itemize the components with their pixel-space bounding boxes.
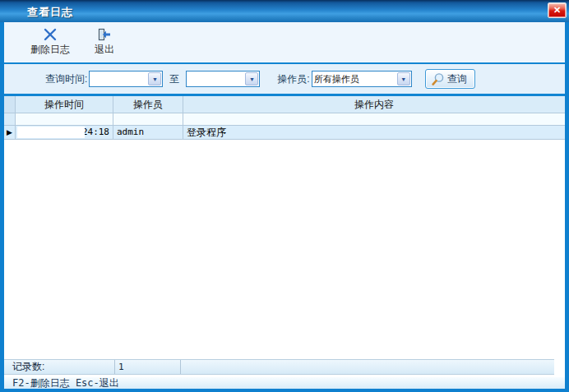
row-indicator-cell[interactable]: ▶ xyxy=(4,126,16,140)
grid-filter-row xyxy=(4,113,565,126)
filter-cell-content[interactable] xyxy=(183,113,565,126)
magnifier-icon xyxy=(431,72,445,86)
record-count-label: 记录数: xyxy=(4,360,115,374)
column-header-content[interactable]: 操作内容 xyxy=(183,96,565,113)
search-label: 查询 xyxy=(447,72,467,86)
close-icon: ✕ xyxy=(553,5,561,15)
cell-operator[interactable]: admin xyxy=(113,126,183,140)
time-from-value[interactable] xyxy=(91,73,146,85)
delete-log-label: 删除日志 xyxy=(30,43,70,57)
query-time-label: 查询时间: xyxy=(45,72,87,86)
time-to-dropdown-button[interactable]: ▼ xyxy=(245,72,258,85)
exit-button[interactable]: 退出 xyxy=(91,26,118,58)
operator-value[interactable]: 所有操作员 xyxy=(314,73,396,85)
exit-label: 退出 xyxy=(95,43,114,57)
column-header-operator[interactable]: 操作员 xyxy=(113,96,183,113)
exit-door-icon xyxy=(97,28,112,41)
record-count-value: 1 xyxy=(115,360,181,374)
filter-row-indicator-cell xyxy=(4,113,16,126)
time-to-combo[interactable]: ▼ xyxy=(186,71,260,87)
log-grid: 操作时间 操作员 操作内容 ▶ 15:24:18 admin 登录程序 xyxy=(4,96,565,359)
row-indicator-header xyxy=(4,96,16,113)
record-count-row: 记录数: 1 xyxy=(4,359,554,375)
operator-dropdown-button[interactable]: ▼ xyxy=(397,72,410,85)
time-from-combo[interactable]: ▼ xyxy=(89,71,163,87)
time-from-dropdown-button[interactable]: ▼ xyxy=(148,72,161,85)
chevron-down-icon: ▼ xyxy=(152,76,158,82)
filter-cell-operator[interactable] xyxy=(113,113,183,126)
table-row[interactable]: ▶ 15:24:18 admin 登录程序 xyxy=(4,126,565,140)
status-hint-text: F2-删除日志 Esc-退出 xyxy=(12,377,119,389)
column-header-time[interactable]: 操作时间 xyxy=(16,96,113,113)
operator-combo[interactable]: 所有操作员 ▼ xyxy=(312,71,412,87)
toolbar: 删除日志 退出 xyxy=(4,22,565,62)
time-to-value[interactable] xyxy=(188,73,243,85)
grid-lower-area: 记录数: 1 xyxy=(4,357,565,377)
search-button[interactable]: 查询 xyxy=(425,69,475,89)
cell-time[interactable]: 15:24:18 xyxy=(16,126,113,140)
current-row-arrow-icon: ▶ xyxy=(7,128,12,136)
grid-header-row: 操作时间 操作员 操作内容 xyxy=(4,96,565,113)
chevron-down-icon: ▼ xyxy=(249,76,255,82)
window-title: 查看日志 xyxy=(27,5,73,20)
cell-editor-box[interactable] xyxy=(17,127,85,138)
cell-content[interactable]: 登录程序 xyxy=(183,126,565,140)
operator-label: 操作员: xyxy=(277,72,309,86)
title-bar: 查看日志 ✕ xyxy=(0,0,569,22)
close-button[interactable]: ✕ xyxy=(548,2,567,18)
to-label: 至 xyxy=(169,72,179,86)
record-count-spacer xyxy=(181,360,554,374)
log-viewer-window: 查看日志 ✕ 删除日志 退出 查询时间: ▼ xyxy=(0,0,569,392)
filter-bar: 查询时间: ▼ 至 ▼ 操作员: 所有操作员 ▼ 查询 xyxy=(4,64,565,94)
delete-log-button[interactable]: 删除日志 xyxy=(27,26,73,58)
delete-x-icon xyxy=(43,28,58,41)
status-bar: F2-删除日志 Esc-退出 xyxy=(4,377,565,389)
chevron-down-icon: ▼ xyxy=(400,76,406,82)
filter-cell-time[interactable] xyxy=(16,113,113,126)
